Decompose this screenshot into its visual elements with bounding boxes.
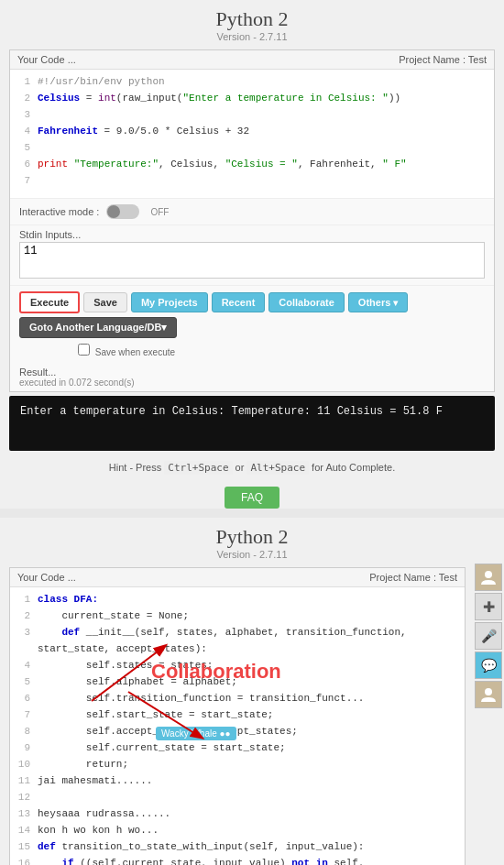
bottom-section: Python 2 Version - 2.7.11 Your Code ... … <box>0 518 504 865</box>
bottom-editor-header-right: Project Name : Test <box>369 572 457 583</box>
sidebar-icon-profile[interactable] <box>475 564 502 591</box>
bottom-editor-header: Your Code ... Project Name : Test <box>10 568 465 587</box>
svg-point-2 <box>485 571 492 578</box>
stdin-input[interactable]: 11 <box>19 242 485 279</box>
save-when-execute-checkbox[interactable] <box>78 344 90 356</box>
save-when-execute-label[interactable]: Save when execute <box>78 344 175 357</box>
b-line-4: 4 self.states = states; <box>10 657 465 673</box>
b-line-8: 8 self.accept_states = accept_states; <box>10 723 465 739</box>
bottom-code-area[interactable]: 1class DFA: 2 current_state = None; 3 de… <box>10 587 465 865</box>
hint-text: Hint - Press Ctrl+Space or Alt+Space for… <box>0 454 504 481</box>
code-line-5: 5 <box>10 139 494 156</box>
sidebar-icon-chat[interactable]: 💬 <box>475 651 502 679</box>
others-button[interactable]: Others <box>348 292 408 312</box>
interactive-row: Interactive mode : OFF <box>10 198 494 224</box>
code-line-6: 6 print "Temperature:", Celsius, "Celsiu… <box>10 156 494 172</box>
top-subtitle: Version - 2.7.11 <box>0 31 504 42</box>
collaborate-button[interactable]: Collaborate <box>268 292 345 312</box>
stdin-label: Stdin Inputs... <box>19 229 485 240</box>
stdin-section: Stdin Inputs... 11 <box>10 224 494 285</box>
faq-button[interactable]: FAQ <box>225 487 279 509</box>
b-line-10: 10 return; <box>10 756 465 772</box>
b-line-7: 7 self.start_state = start_state; <box>10 706 465 723</box>
b-line-6: 6 self.transition_function = transition_… <box>10 690 465 706</box>
code-line-7: 7 <box>10 172 494 189</box>
code-line-2: 2 Celsius = int(raw_input("Enter a tempe… <box>10 90 494 106</box>
b-line-5: 5 self.alphabet = alphabet; <box>10 673 465 690</box>
output-terminal: Enter a temperature in Celsius: Temperat… <box>9 396 495 451</box>
result-label: Result... <box>19 367 485 378</box>
top-editor-panel: Your Code ... Project Name : Test 1 #!/u… <box>9 49 495 392</box>
exec-time: executed in 0.072 second(s) <box>19 378 485 388</box>
b-line-11: 11jai mahesmati...... <box>10 772 465 789</box>
bottom-editor-header-left: Your Code ... <box>17 572 76 583</box>
code-line-1: 1 #!/usr/bin/env python <box>10 73 494 90</box>
b-line-3: 3 def __init__(self, states, alphabet, t… <box>10 624 465 657</box>
bottom-title: Python 2 <box>0 525 504 549</box>
output-text: Enter a temperature in Celsius: Temperat… <box>20 405 443 418</box>
result-section: Result... executed in 0.072 second(s) <box>10 363 494 391</box>
sidebar-icon-add[interactable]: ✚ <box>475 593 502 620</box>
b-line-12: 12 <box>10 789 465 805</box>
toggle-state: OFF <box>150 207 169 217</box>
top-title: Python 2 <box>0 7 504 31</box>
recent-button[interactable]: Recent <box>212 292 266 312</box>
bottom-subtitle: Version - 2.7.11 <box>0 549 504 560</box>
interactive-label: Interactive mode : <box>19 206 99 217</box>
bottom-editor-panel: Your Code ... Project Name : Test 1class… <box>9 567 466 865</box>
my-projects-button[interactable]: My Projects <box>131 292 208 312</box>
top-editor-header: Your Code ... Project Name : Test <box>10 50 494 70</box>
execute-button[interactable]: Execute <box>19 291 80 313</box>
b-line-2: 2 current_state = None; <box>10 608 465 624</box>
top-toolbar: Execute Save My Projects Recent Collabor… <box>10 285 494 363</box>
b-line-14: 14kon h wo kon h wo... <box>10 822 465 838</box>
toggle-switch[interactable] <box>106 204 139 219</box>
code-line-3: 3 <box>10 106 494 123</box>
sidebar-icon-mic[interactable]: 🎤 <box>475 622 502 650</box>
b-line-15: 15def transition_to_state_with_input(sel… <box>10 838 465 855</box>
top-editor-header-right: Project Name : Test <box>399 54 487 65</box>
right-sidebar: ✚ 🎤 💬 <box>475 564 504 708</box>
sidebar-icon-user[interactable] <box>475 681 502 708</box>
top-editor-header-left: Your Code ... <box>17 54 76 65</box>
svg-point-3 <box>485 688 492 695</box>
top-code-area[interactable]: 1 #!/usr/bin/env python 2 Celsius = int(… <box>10 70 494 198</box>
top-section: Python 2 Version - 2.7.11 Your Code ... … <box>0 0 504 509</box>
b-line-1: 1class DFA: <box>10 591 465 608</box>
toggle-knob <box>107 205 120 218</box>
goto-button[interactable]: Goto Another Language/DB▾ <box>19 317 177 338</box>
code-line-4: 4 Fahrenheit = 9.0/5.0 * Celsius + 32 <box>10 123 494 139</box>
b-line-9: 9 self.current_state = start_state; <box>10 739 465 756</box>
b-line-16: 16 if ((self.current_state, input_value)… <box>10 855 465 865</box>
save-when-execute-text: Save when execute <box>95 347 175 357</box>
b-line-13: 13heysaaa rudrassa...... <box>10 805 465 822</box>
save-button[interactable]: Save <box>83 292 127 312</box>
